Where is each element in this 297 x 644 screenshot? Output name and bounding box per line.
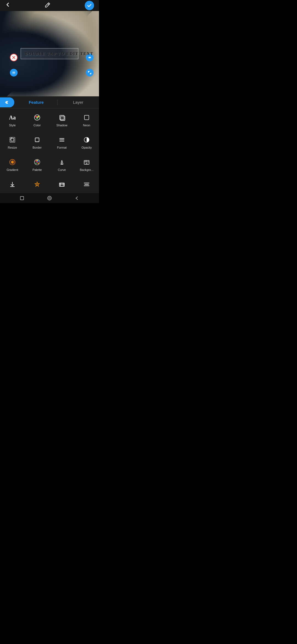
svg-rect-15: [10, 137, 15, 142]
svg-point-8: [35, 116, 37, 118]
format-icon: [57, 135, 67, 144]
gradient-label: Gradient: [7, 168, 18, 171]
menu-item-style[interactable]: Aa Style: [0, 110, 25, 129]
frame-icon: [57, 180, 67, 189]
svg-rect-49: [20, 197, 24, 200]
svg-rect-6: [12, 73, 15, 74]
border-label: Border: [32, 146, 42, 149]
menu-item-color[interactable]: Color: [25, 110, 50, 129]
menu-row-2: Resize Border Format: [0, 131, 99, 153]
nav-home[interactable]: [46, 194, 53, 202]
menu-row-1: Aa Style Color: [0, 108, 99, 131]
border-icon: [32, 135, 42, 144]
top-bar: [0, 0, 99, 11]
opacity-icon: [82, 135, 91, 144]
nav-back[interactable]: [73, 194, 81, 202]
svg-rect-13: [61, 116, 65, 121]
pattern-icon: [82, 180, 91, 189]
collapse-button[interactable]: [0, 97, 14, 107]
palette-label: Palette: [32, 168, 42, 171]
svg-point-34: [37, 160, 38, 161]
toolbar: Feature Layer Aa Style Col: [0, 96, 99, 193]
neon-icon: [82, 113, 91, 122]
menu-item-gradient[interactable]: Gradient: [0, 155, 25, 174]
svg-rect-4: [12, 72, 15, 72]
tab-bar: Feature Layer: [0, 96, 99, 108]
format-label: Format: [57, 146, 67, 149]
delete-handle[interactable]: [10, 54, 18, 61]
background-icon: [82, 157, 91, 167]
color-label: Color: [34, 124, 41, 127]
resize-icon: [8, 135, 17, 144]
svg-point-11: [37, 117, 38, 118]
svg-point-9: [37, 116, 39, 118]
svg-rect-5: [12, 73, 15, 73]
curve-label: Curve: [58, 168, 66, 171]
menu-item-pattern[interactable]: [74, 177, 99, 193]
gradient-icon: [8, 157, 17, 167]
sticker-icon: [32, 180, 42, 189]
menu-item-neon[interactable]: Neon: [74, 110, 99, 129]
color-icon: [32, 113, 42, 122]
curve-icon: [57, 157, 67, 167]
svg-point-32: [38, 163, 39, 164]
confirm-button[interactable]: [85, 1, 94, 10]
nav-square[interactable]: [18, 194, 26, 202]
menu-item-palette[interactable]: Palette: [25, 155, 50, 174]
menu-item-import[interactable]: [0, 177, 25, 193]
menu-row-3: Gradient Palette: [0, 153, 99, 175]
palette-icon: [32, 157, 42, 167]
menu-item-opacity[interactable]: Opacity: [74, 132, 99, 151]
menu-item-resize[interactable]: Resize: [0, 132, 25, 151]
import-icon: [8, 180, 17, 189]
style-label: Style: [9, 124, 16, 127]
menu-item-sticker[interactable]: [25, 177, 50, 193]
opacity-label: Opacity: [81, 146, 92, 149]
svg-point-50: [48, 196, 51, 200]
bottom-nav: [0, 193, 99, 203]
resize-label: Resize: [8, 146, 17, 149]
neon-label: Neon: [83, 124, 90, 127]
svg-point-27: [12, 161, 13, 163]
menu-item-background[interactable]: Backgro...: [74, 155, 99, 174]
tab-feature[interactable]: Feature: [15, 96, 57, 108]
svg-rect-14: [84, 115, 89, 120]
menu-item-border[interactable]: Border: [25, 132, 50, 151]
svg-rect-42: [59, 183, 64, 186]
text-box-content: Double tap to edit text: [25, 51, 94, 56]
menu-item-curve[interactable]: Curve: [50, 155, 74, 174]
menu-item-shadow[interactable]: Shadow: [50, 110, 74, 129]
back-button[interactable]: [5, 2, 10, 9]
style-icon: Aa: [8, 113, 17, 122]
shadow-label: Shadow: [56, 124, 67, 127]
svg-point-31: [35, 163, 37, 164]
tab-layer[interactable]: Layer: [57, 96, 99, 108]
canvas-area: Double tap to edit text: [0, 11, 99, 96]
background-label: Backgro...: [80, 168, 94, 171]
shadow-icon: [57, 113, 67, 122]
menu-row-4: [0, 175, 99, 193]
text-overlay[interactable]: Double tap to edit text: [21, 48, 78, 59]
menu-item-format[interactable]: Format: [50, 132, 74, 151]
menu-item-frame[interactable]: [50, 177, 74, 193]
svg-point-33: [37, 162, 38, 163]
layers-handle[interactable]: [10, 69, 18, 77]
svg-point-51: [49, 197, 50, 199]
resize-handle[interactable]: [86, 69, 94, 77]
svg-marker-3: [88, 56, 91, 59]
svg-rect-20: [35, 138, 39, 142]
edit-icon: [45, 2, 51, 9]
svg-marker-37: [86, 162, 88, 164]
svg-line-0: [48, 4, 49, 5]
